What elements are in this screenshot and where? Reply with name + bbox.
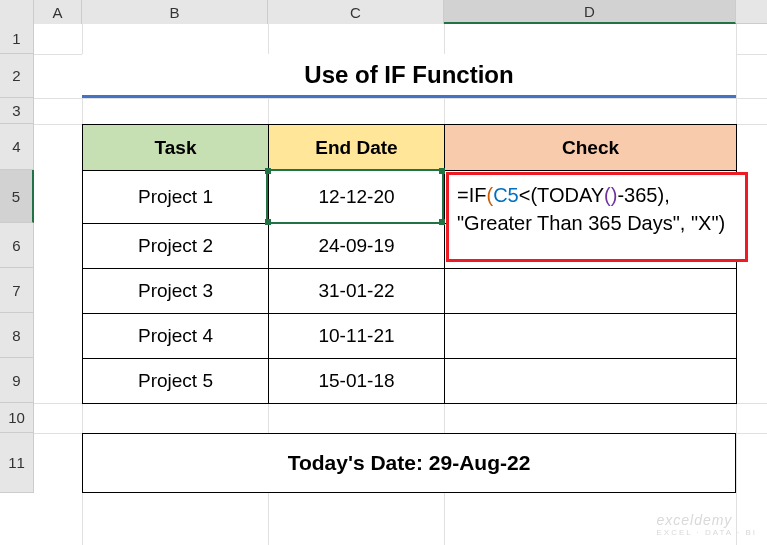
cell-check-4[interactable] (445, 314, 737, 359)
row-headers: 1 2 3 4 5 6 7 8 9 10 11 (0, 24, 34, 493)
page-title: Use of IF Function (82, 54, 736, 98)
col-header-C[interactable]: C (268, 0, 444, 24)
cell-end-2[interactable]: 24-09-19 (269, 224, 445, 269)
cell-end-5[interactable]: 15-01-18 (269, 359, 445, 404)
row-header-1[interactable]: 1 (0, 24, 34, 54)
cell-end-4[interactable]: 10-11-21 (269, 314, 445, 359)
cell-check-3[interactable] (445, 269, 737, 314)
row-header-10[interactable]: 10 (0, 403, 34, 433)
col-header-A[interactable]: A (34, 0, 82, 24)
header-check[interactable]: Check (445, 125, 737, 171)
cell-task-5[interactable]: Project 5 (83, 359, 269, 404)
cell-task-2[interactable]: Project 2 (83, 224, 269, 269)
row-header-5[interactable]: 5 (0, 170, 34, 223)
cell-task-1[interactable]: Project 1 (83, 171, 269, 224)
cells-area[interactable]: Use of IF Function Task End Date Check P… (34, 24, 767, 545)
formula-editor[interactable]: =IF(C5<(TODAY()-365), "Greater Than 365 … (446, 172, 748, 262)
row-header-9[interactable]: 9 (0, 358, 34, 403)
row-header-4[interactable]: 4 (0, 124, 34, 170)
formula-line-1: =IF(C5<(TODAY()-365), (457, 181, 737, 209)
header-task[interactable]: Task (83, 125, 269, 171)
row-header-8[interactable]: 8 (0, 313, 34, 358)
spreadsheet-grid: A B C D 1 2 3 4 5 6 7 8 9 10 11 Use of I… (0, 0, 767, 545)
watermark: exceldemy EXCEL · DATA · BI (656, 512, 757, 537)
row-header-6[interactable]: 6 (0, 223, 34, 268)
col-header-B[interactable]: B (82, 0, 268, 24)
today-date-label[interactable]: Today's Date: 29-Aug-22 (82, 433, 736, 493)
cell-task-4[interactable]: Project 4 (83, 314, 269, 359)
cell-task-3[interactable]: Project 3 (83, 269, 269, 314)
cell-check-5[interactable] (445, 359, 737, 404)
header-end-date[interactable]: End Date (269, 125, 445, 171)
cell-end-1[interactable]: 12-12-20 (269, 171, 445, 224)
col-header-D[interactable]: D (444, 0, 736, 24)
row-header-7[interactable]: 7 (0, 268, 34, 313)
row-header-2[interactable]: 2 (0, 54, 34, 98)
formula-line-2: "Greater Than 365 Days", "X") (457, 209, 737, 237)
select-all-corner[interactable] (0, 0, 34, 24)
row-header-11[interactable]: 11 (0, 433, 34, 493)
data-table: Task End Date Check Project 1 12-12-20 P… (82, 124, 737, 404)
cell-end-3[interactable]: 31-01-22 (269, 269, 445, 314)
row-header-3[interactable]: 3 (0, 98, 34, 124)
column-headers: A B C D (0, 0, 767, 24)
